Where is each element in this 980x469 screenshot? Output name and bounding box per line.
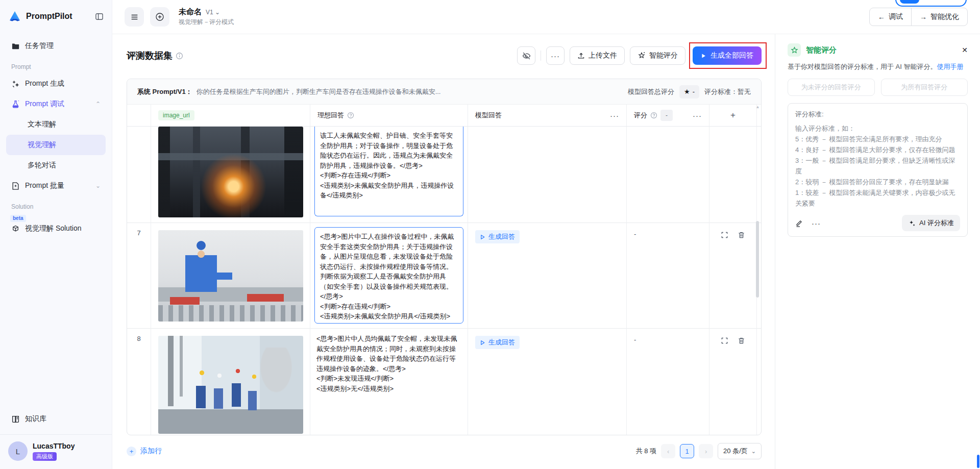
new-version-button[interactable] [150, 7, 169, 27]
sidebar-item-label: 视觉理解 Solution [25, 224, 81, 233]
play-icon [701, 53, 706, 59]
scroll-up-arrow[interactable]: ▲ [755, 105, 760, 110]
generate-answer-button[interactable]: 生成回答 [475, 336, 520, 349]
hide-columns-button[interactable] [517, 46, 535, 65]
prev-page-button[interactable]: ‹ [661, 444, 675, 458]
generate-all-answers-button[interactable]: 生成全部回答 [693, 46, 762, 65]
factory-inspection-photo[interactable] [158, 336, 303, 434]
model-answer-cell[interactable]: 生成回答 [468, 329, 627, 435]
manual-link[interactable]: 使用手册 [937, 63, 964, 70]
sidebar-item-prompt-generate[interactable]: Prompt 生成 [6, 73, 106, 94]
column-more-icon[interactable]: ··· [610, 111, 619, 120]
worker-conveyor-photo[interactable] [158, 230, 303, 322]
delete-row-icon[interactable] [738, 337, 745, 435]
ideal-answer-cell[interactable]: <思考>图片中人员均佩戴了安全帽，未发现未佩戴安全防护用具的情况；同时，未观察到… [310, 329, 468, 435]
sidebar-item-vision-solution[interactable]: beta 视觉理解 Solution [6, 218, 106, 239]
promptpilot-logo-icon [8, 10, 21, 23]
question-circle-icon[interactable] [650, 112, 657, 119]
version-selector[interactable]: V1 ⌄ [206, 9, 220, 16]
criteria-placeholder-text[interactable]: 输入评分标准，如： 5：优秀 － 模型回答完全满足所有要求，理由充分 4：良好 … [795, 123, 960, 209]
add-row-button[interactable]: + 添加行 [127, 447, 162, 456]
question-circle-icon[interactable] [347, 112, 354, 119]
scoring-criteria-box[interactable]: 评分标准: 输入评分标准，如： 5：优秀 － 模型回答完全满足所有要求，理由充分… [788, 103, 968, 237]
edit-pencil-icon[interactable] [795, 219, 803, 227]
score-filter-badge[interactable]: - [660, 110, 673, 121]
ideal-answer-text[interactable]: <思考>图片中人员均佩戴了安全帽，未发现未佩戴安全防护用具的情况；同时，未观察到… [310, 329, 468, 399]
score-cell[interactable]: - [627, 329, 709, 435]
page-size-select[interactable]: 20 条/页 ⌄ [718, 443, 762, 459]
image-cell[interactable] [151, 329, 310, 435]
model-answer-cell[interactable]: 生成回答 [468, 223, 627, 329]
star-value: - [693, 88, 695, 95]
clipped-toggle[interactable] [895, 0, 967, 7]
criteria-status: 评分标准：暂无 [704, 87, 751, 96]
add-column-button[interactable]: + [709, 105, 757, 126]
sidebar-item-label: Prompt 调试 [25, 100, 64, 109]
image-cell[interactable] [151, 127, 310, 225]
sidebar-subitem-vision-understanding[interactable]: 视觉理解 [6, 135, 106, 155]
ai-criteria-button[interactable]: AI 评分标准 [902, 215, 960, 231]
system-prompt-bar[interactable]: 系统 Prompt/V1： 你的任务是根据生产车间的图片，判断生产车间是否存在违… [127, 79, 761, 105]
delete-row-icon[interactable] [738, 231, 745, 329]
avatar[interactable]: L [8, 441, 28, 461]
sidebar-collapse-icon[interactable] [95, 12, 104, 21]
table-footer: + 添加行 共 8 项 ‹ 1 › 20 条/页 ⌄ [127, 443, 762, 459]
score-all-button[interactable]: 为所有回答评分 [881, 79, 968, 96]
chevron-down-icon: ⌄ [215, 9, 220, 16]
model-answer-label: 模型回答 [475, 111, 502, 120]
sidebar-item-knowledge-base[interactable]: 知识库 [6, 409, 106, 429]
sidebar-subitem-text-understanding[interactable]: 文本理解 [6, 114, 106, 135]
system-prompt-text: 你的任务是根据生产车间的图片，判断生产车间是否存在违规操作设备和未佩戴安... [197, 87, 624, 96]
column-header-model-answer[interactable]: 模型回答 ··· [468, 105, 627, 126]
ideal-answer-cell[interactable]: <思考>图片中工人在操作设备过程中，未佩戴安全手套这类安全防护用具；关于违规操作… [310, 223, 468, 329]
dataset-toolbar: ··· 上传文件 智能评分 生成全部回答 [517, 46, 762, 65]
score-cell[interactable]: - [627, 223, 709, 329]
ideal-answer-textarea[interactable]: <思考>图片中工人在操作设备过程中，未佩戴安全手套这类安全防护用具；关于违规操作… [314, 227, 463, 324]
page-scrollbar-thumb[interactable] [977, 455, 979, 468]
column-header-image-url[interactable]: image_url [151, 105, 310, 126]
more-icon[interactable]: ··· [812, 219, 821, 228]
expand-row-icon[interactable] [721, 337, 728, 435]
column-more-icon[interactable]: ··· [693, 111, 702, 120]
factory-welding-photo[interactable] [158, 127, 303, 217]
ideal-answer-textarea[interactable]: 该工人未佩戴安全帽、护目镜、安全手套等安全防护用具；对于设备操作，明显设备处于危… [314, 127, 463, 216]
row-actions-cell [709, 329, 757, 435]
user-card[interactable]: L LucasTTboy 高级版 [6, 435, 106, 469]
ideal-answer-cell[interactable]: 该工人未佩戴安全帽、护目镜、安全手套等安全防护用具；对于设备操作，明显设备处于危… [310, 127, 468, 225]
panel-description: 基于你对模型回答的评分标准，用于 AI 智能评分。使用手册 [788, 62, 968, 71]
column-header-ideal-answer[interactable]: 理想回答 [310, 105, 468, 126]
scrollbar-thumb[interactable] [756, 221, 759, 298]
smart-optimize-button[interactable]: →智能优化 [911, 8, 968, 26]
sidebar: PromptPilot 任务管理 Prompt Prompt 生成 Prompt… [0, 0, 112, 469]
sidebar-subitem-multiturn-dialog[interactable]: 多轮对话 [6, 155, 106, 176]
table-scrollbar[interactable]: ▲ [755, 105, 760, 433]
score-unscored-button[interactable]: 为未评分的回答评分 [788, 79, 875, 96]
score-cell[interactable] [627, 127, 709, 225]
upload-file-button[interactable]: 上传文件 [570, 46, 625, 65]
column-header-score[interactable]: 评分 - ··· [627, 105, 709, 126]
folder-icon [11, 42, 20, 51]
menu-button[interactable] [125, 7, 144, 27]
info-icon[interactable] [176, 52, 183, 60]
generate-answer-button[interactable]: 生成回答 [475, 230, 520, 243]
eye-off-icon [522, 52, 531, 60]
criteria-label: 评分标准: [795, 110, 960, 119]
more-actions-button[interactable]: ··· [546, 46, 565, 65]
sidebar-item-task-management[interactable]: 任务管理 [6, 36, 106, 56]
current-page-button[interactable]: 1 [680, 444, 694, 458]
sidebar-item-prompt-batch[interactable]: Prompt 批量 ⌄ [6, 176, 106, 196]
next-page-button[interactable]: › [699, 444, 713, 458]
debug-button[interactable]: ←调试 [869, 8, 912, 26]
model-answer-cell[interactable] [468, 127, 627, 225]
total-score-label: 模型回答总评分 [628, 87, 674, 96]
smart-score-button[interactable]: 智能评分 [630, 46, 685, 65]
chevron-up-icon[interactable]: ⌃ [95, 101, 101, 108]
image-cell[interactable] [151, 223, 310, 329]
close-icon[interactable]: ✕ [962, 46, 968, 54]
expand-row-icon[interactable] [721, 231, 728, 329]
sidebar-section-prompt: Prompt [6, 56, 106, 73]
upload-label: 上传文件 [589, 51, 617, 60]
chevron-down-icon[interactable]: ⌄ [95, 182, 101, 189]
sidebar-item-prompt-debug[interactable]: Prompt 调试 ⌃ [6, 94, 106, 114]
total-score-selector[interactable]: ★- [679, 85, 699, 98]
